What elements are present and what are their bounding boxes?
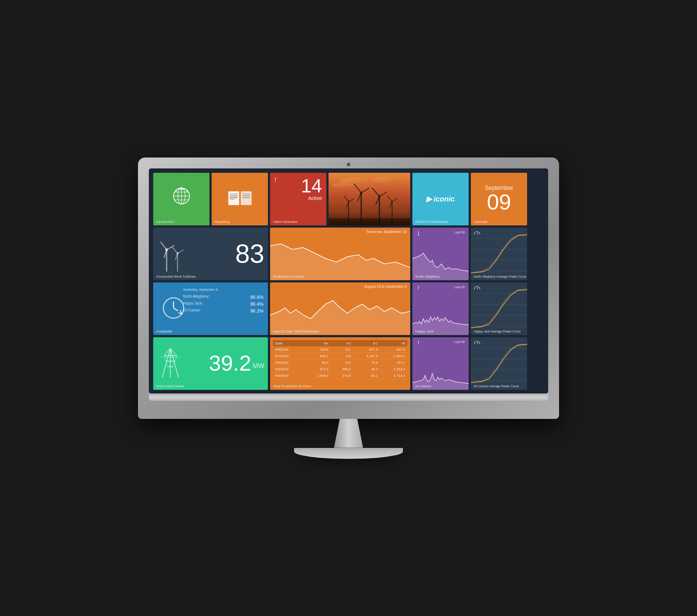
table-cell: 69.0	[303, 359, 331, 366]
availability-date: Yesterday, September 8	[183, 288, 264, 291]
svg-line-56	[477, 287, 478, 289]
total-production-title: August 24 to September 8	[364, 285, 407, 289]
tile-kc-power-curve: Kit Carson Average Power Curve	[471, 337, 527, 390]
table-cell: 0.0	[331, 352, 353, 359]
tile-calendar[interactable]: September 09 Calendar	[471, 173, 527, 225]
kc-time-badge: Last 6h	[454, 340, 465, 344]
table-cell: 846.2	[303, 352, 331, 359]
table-cell: -0.1	[331, 346, 353, 353]
table-cell: 1,048.2	[303, 372, 331, 379]
monitor-chin	[149, 393, 548, 401]
tile-turbines: 83 Connected Wind Turbines	[153, 228, 268, 280]
svg-line-48	[477, 232, 478, 234]
table-cell: 9/4/2016	[273, 372, 303, 379]
svg-line-55	[174, 308, 178, 311]
tile-availability: Yesterday, September 8 North Allegheny: …	[153, 282, 268, 335]
geoscada-label: GeoSCADA	[156, 220, 175, 224]
table-header-row: Date NA HJ KC All	[273, 340, 407, 346]
turbines-label: Connected Wind Turbines	[156, 274, 196, 278]
svg-line-73	[477, 342, 478, 344]
iconics-logo-icon: ▶ iconics	[426, 191, 455, 207]
avail-label-na: North Allegheny:	[183, 294, 209, 300]
avail-value-kc: 96.2%	[250, 308, 264, 314]
kc-power-curve-chart	[471, 337, 527, 390]
north-allegheny-label: North Allegheny	[415, 274, 440, 278]
svg-rect-34	[329, 218, 410, 225]
total-production-chart: August 24 to September 8	[270, 282, 410, 335]
monitor-wrapper: GeoSCADA	[138, 158, 559, 459]
table-cell: 46.1	[353, 366, 380, 372]
availability-clock-icon	[162, 297, 186, 321]
production-forecast-title: Tomorrow, September 10	[366, 230, 407, 234]
na-power-curve-label: North Allegheny Average Power Curve	[474, 275, 526, 278]
avail-value-na: 95.8%	[250, 294, 264, 300]
table-cell: 79.9	[353, 359, 380, 366]
reporting-icon	[228, 191, 252, 205]
tile-hj-power-curve: Happy Jack Average Power Curve	[471, 282, 527, 335]
table-cell: 157.2	[380, 359, 407, 366]
tile-alarm[interactable]: ! 14 Active Alarm Overview	[270, 173, 326, 225]
wind-sunset-background	[329, 173, 410, 225]
table-cell: 1,714.1	[380, 372, 407, 379]
kit-carson-chart: Last 6h	[412, 337, 469, 390]
production-forecast-chart: Tomorrow, September 10	[270, 228, 410, 280]
tile-total-production: August 24 to September 8 Last 15 Days To…	[270, 282, 410, 335]
tile-reporting[interactable]: Reporting	[212, 173, 268, 225]
svg-line-47	[419, 235, 420, 236]
availability-label: Availability	[156, 329, 172, 333]
tile-production-farm: Date NA HJ KC All 9/8/2016219.8-0.1627.4…	[270, 337, 410, 390]
table-cell: 9/8/2016	[273, 346, 303, 353]
avail-row-hj: Happy Jack: 96.4%	[183, 301, 264, 307]
hj-power-curve-label: Happy Jack Average Power Curve	[474, 330, 521, 333]
col-na: NA	[303, 340, 331, 346]
monitor-camera	[347, 163, 350, 166]
reporting-label: Reporting	[215, 220, 229, 224]
tile-windphoto	[329, 173, 410, 225]
geoscada-icon	[171, 185, 192, 211]
table-row: 9/6/201669.08.479.9157.2	[273, 359, 407, 366]
active-power-value: 39.2	[209, 352, 251, 374]
production-farm-label: Total Production by Farm	[273, 384, 311, 388]
svg-line-38	[160, 242, 167, 250]
tile-iconics[interactable]: ▶ iconics ICONICS Dashboard	[412, 173, 469, 225]
tile-production-forecast: Tomorrow, September 10 Production Foreca…	[270, 228, 410, 280]
production-forecast-label: Production Forecast	[273, 274, 304, 278]
table-cell: 627.4	[353, 346, 380, 353]
table-row: 9/4/20161,048.2573.892.11,714.1	[273, 372, 407, 379]
table-cell: 1,283.4	[380, 366, 407, 372]
na-power-curve-chart	[471, 228, 527, 280]
svg-point-13	[332, 183, 354, 188]
turbines-icon	[158, 235, 187, 272]
avail-label-hj: Happy Jack:	[183, 301, 203, 307]
calendar-day: 09	[487, 191, 511, 213]
svg-line-44	[178, 250, 184, 253]
alarm-active-text: Active	[308, 195, 322, 201]
alarm-label: Alarm Overview	[273, 220, 297, 224]
avail-value-hj: 96.4%	[250, 301, 264, 307]
hj-time-badge: Last 6h	[454, 285, 465, 289]
svg-text:▶ iconics: ▶ iconics	[426, 195, 455, 203]
col-date: Date	[273, 340, 303, 346]
svg-line-43	[172, 247, 178, 253]
table-cell: 573.8	[331, 372, 353, 379]
tile-happy-jack: Last 6h Happy Jack	[412, 282, 469, 335]
svg-line-70	[175, 356, 177, 361]
table-cell: 8.4	[331, 359, 353, 366]
svg-marker-5	[181, 187, 182, 188]
col-all: All	[380, 340, 407, 346]
na-time-badge: Last 6h	[454, 231, 465, 234]
active-power-display: 39.2 MW	[209, 352, 264, 374]
tile-na-power-curve: North Allegheny Average Power Curve	[471, 228, 527, 280]
monitor-stand-neck	[334, 419, 363, 448]
table-cell: 9/5/2016	[273, 366, 303, 372]
monitor-screen: GeoSCADA	[149, 168, 548, 393]
col-kc: KC	[353, 340, 380, 346]
alarm-number: 14	[301, 176, 322, 195]
tile-geoscada[interactable]: GeoSCADA	[153, 173, 209, 225]
table-cell: 872.2	[303, 366, 331, 372]
table-row: 9/8/2016219.8-0.1627.4847.2	[273, 346, 407, 353]
calendar-label: Calendar	[474, 220, 488, 224]
tile-north-allegheny: Last 6h North Allegheny	[412, 228, 469, 280]
alarm-exclamation: !	[274, 176, 276, 184]
hj-power-curve-chart	[471, 282, 527, 335]
